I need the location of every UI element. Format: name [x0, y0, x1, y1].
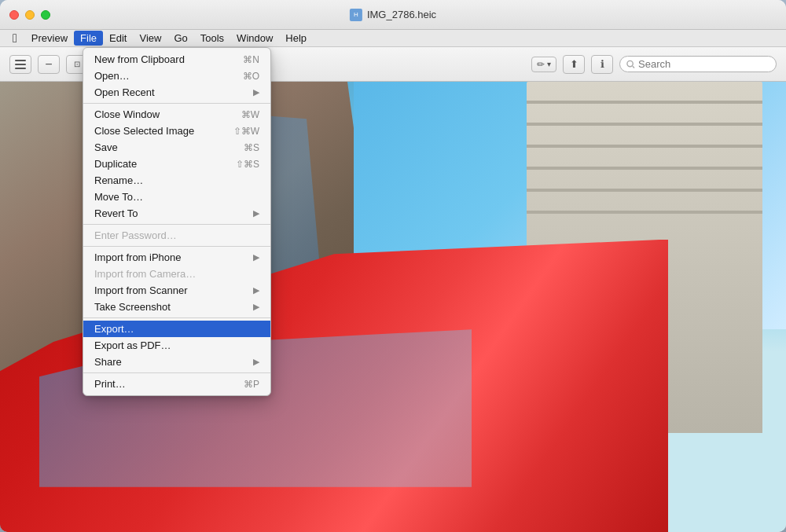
separator-3 [83, 246, 270, 247]
filename-label: IMG_2786.heic [367, 9, 436, 20]
menu-item-enter-password: Enter Password… [83, 227, 270, 244]
menu-item-import-camera: Import from Camera… [83, 266, 270, 282]
menubar:  Preview File Edit View Go Tools Window… [0, 30, 786, 47]
file-icon: H [350, 9, 362, 21]
maximize-button[interactable] [41, 10, 50, 20]
traffic-lights [9, 10, 50, 20]
sidebar-toggle-button[interactable] [9, 55, 31, 74]
minimize-button[interactable] [25, 10, 35, 20]
menu-edit[interactable]: Edit [103, 31, 133, 46]
menu-go[interactable]: Go [167, 31, 193, 46]
svg-point-3 [627, 61, 633, 66]
menu-item-close-window[interactable]: Close Window ⌘W [83, 106, 270, 123]
menu-file[interactable]: File [74, 31, 103, 46]
menu-item-rename[interactable]: Rename… [83, 172, 270, 189]
menu-item-new-clipboard[interactable]: New from Clipboard ⌘N [83, 51, 270, 68]
titlebar: H IMG_2786.heic [0, 0, 786, 30]
markup-chevron: ▾ [547, 60, 551, 68]
menu-item-duplicate[interactable]: Duplicate ⇧⌘S [83, 156, 270, 172]
search-icon [626, 60, 635, 69]
zoom-out-button[interactable]: − [38, 55, 60, 74]
svg-rect-0 [15, 60, 26, 61]
menu-item-open[interactable]: Open… ⌘O [83, 68, 270, 84]
menu-item-take-screenshot[interactable]: Take Screenshot ▶ [83, 299, 270, 315]
menu-item-export[interactable]: Export… [83, 321, 270, 337]
markup-button[interactable]: ✏ ▾ [531, 57, 556, 72]
separator-1 [83, 103, 270, 104]
menu-window[interactable]: Window [230, 31, 279, 46]
search-input[interactable] [638, 58, 769, 70]
close-button[interactable] [9, 10, 19, 20]
menu-help[interactable]: Help [279, 31, 313, 46]
svg-rect-1 [15, 64, 26, 65]
file-dropdown-menu: New from Clipboard ⌘N Open… ⌘O Open Rece… [83, 47, 271, 396]
markup-icon: ✏ [537, 59, 545, 70]
menu-item-save[interactable]: Save ⌘S [83, 139, 270, 156]
menu-preview[interactable]: Preview [25, 31, 74, 46]
menu-item-close-selected[interactable]: Close Selected Image ⇧⌘W [83, 123, 270, 139]
svg-rect-2 [15, 68, 26, 69]
menu-item-move-to[interactable]: Move To… [83, 189, 270, 205]
info-button[interactable]: ℹ [591, 55, 613, 74]
share-button[interactable]: ⬆ [563, 55, 585, 74]
separator-4 [83, 317, 270, 318]
menu-item-print[interactable]: Print… ⌘P [83, 376, 270, 392]
menu-item-share[interactable]: Share ▶ [83, 354, 270, 370]
menu-tools[interactable]: Tools [194, 31, 230, 46]
separator-2 [83, 224, 270, 225]
separator-5 [83, 372, 270, 373]
apple-menu[interactable]:  [5, 31, 25, 46]
menu-item-open-recent[interactable]: Open Recent ▶ [83, 84, 270, 101]
menu-view[interactable]: View [133, 31, 167, 46]
app-window: H IMG_2786.heic  Preview File Edit View… [0, 0, 786, 532]
svg-line-4 [633, 66, 634, 68]
menu-item-revert-to[interactable]: Revert To ▶ [83, 205, 270, 222]
menu-item-import-iphone[interactable]: Import from iPhone ▶ [83, 249, 270, 266]
menu-item-export-pdf[interactable]: Export as PDF… [83, 337, 270, 354]
menu-item-import-scanner[interactable]: Import from Scanner ▶ [83, 282, 270, 299]
window-title: H IMG_2786.heic [350, 9, 436, 21]
search-box[interactable] [619, 56, 777, 72]
